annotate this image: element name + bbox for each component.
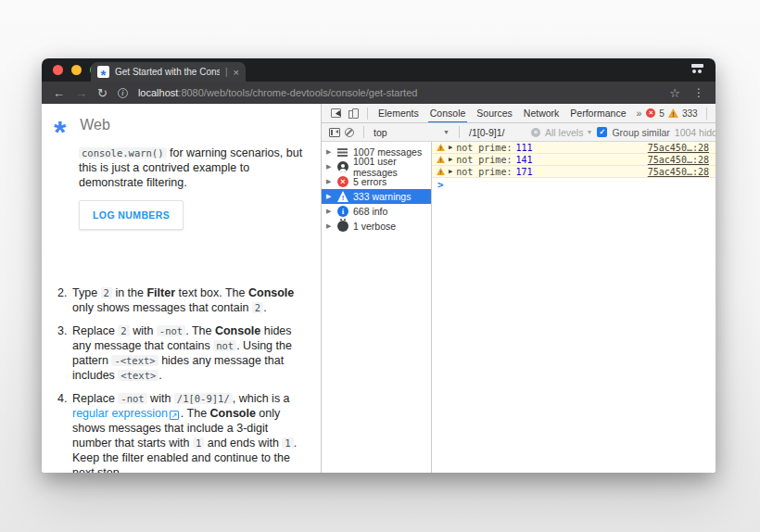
expand-arrow-icon[interactable]: ▶ bbox=[449, 168, 452, 175]
log-levels-label: All levels bbox=[545, 127, 583, 138]
tab-performance[interactable]: Performance bbox=[564, 104, 631, 123]
devtools-tab-label: Elements bbox=[378, 108, 419, 119]
expand-arrow-icon[interactable]: ▶ bbox=[326, 208, 333, 215]
message-text: not prime: bbox=[456, 155, 512, 165]
forward-icon: → bbox=[75, 87, 87, 99]
minimize-window-button[interactable] bbox=[71, 65, 82, 75]
back-icon[interactable]: ← bbox=[53, 87, 65, 99]
step-number: 3. bbox=[57, 323, 72, 383]
text-segment: -<text> bbox=[111, 355, 158, 366]
hidden-count: 1004 hidden bbox=[675, 127, 716, 138]
tab-elements[interactable]: Elements bbox=[373, 104, 424, 123]
expand-arrow-icon[interactable]: ▶ bbox=[326, 178, 333, 185]
site-info-icon[interactable]: i bbox=[118, 88, 128, 98]
devtools-tab-label: Console bbox=[430, 108, 466, 119]
sidebar-item-user-messages[interactable]: ▶ 1001 user messages bbox=[322, 159, 431, 174]
console-filter-input[interactable] bbox=[469, 127, 526, 138]
chevron-down-icon: ▼ bbox=[586, 129, 592, 135]
clear-filter-icon[interactable] bbox=[531, 128, 540, 137]
expand-arrow-icon[interactable]: ▶ bbox=[326, 193, 333, 200]
close-window-button[interactable] bbox=[53, 65, 63, 75]
address-bar[interactable]: localhost:8080/web/tools/chrome-devtools… bbox=[138, 87, 659, 98]
inspect-element-icon[interactable] bbox=[331, 108, 341, 118]
step-number: 4. bbox=[57, 391, 72, 473]
console-sidebar-toggle-icon[interactable] bbox=[329, 128, 340, 137]
bookmark-star-icon[interactable]: ☆ bbox=[669, 86, 680, 100]
browser-window: * Get Started with the Console | × ← → ↻… bbox=[42, 58, 716, 473]
expand-arrow-icon[interactable]: ▶ bbox=[326, 163, 333, 171]
url-toolbar: ← → ↻ i localhost:8080/web/tools/chrome-… bbox=[42, 82, 716, 104]
reload-icon[interactable]: ↻ bbox=[97, 87, 108, 99]
sidebar-item-label: 1001 user messages bbox=[353, 156, 431, 178]
text-segment: Console bbox=[215, 324, 260, 337]
doc-panel: * Web console.warn() for warning scenari… bbox=[42, 104, 322, 473]
text-segment: 1 bbox=[193, 437, 204, 449]
text-segment: with bbox=[147, 392, 174, 405]
console-messages: ▶ not prime: 111 75ac450…:28 ▶ not prime… bbox=[432, 142, 716, 473]
sidebar-item-verbose[interactable]: ▶ 1 verbose bbox=[322, 219, 431, 234]
divider bbox=[363, 126, 364, 138]
log-levels-select[interactable]: All levels ▼ bbox=[545, 127, 592, 138]
group-similar-checkbox[interactable]: ✓ bbox=[597, 127, 607, 137]
sidebar-item-warnings[interactable]: ▶ 333 warnings bbox=[322, 189, 431, 204]
sidebar-item-info[interactable]: ▶ 668 info bbox=[322, 204, 431, 219]
text-segment: Type bbox=[72, 286, 101, 299]
devtools-tab-label: Sources bbox=[476, 108, 513, 119]
text-segment: . The bbox=[185, 324, 215, 337]
text-segment: 2 bbox=[101, 287, 112, 298]
text-segment: console.warn() bbox=[79, 147, 167, 158]
devtools-tab-label: Performance bbox=[570, 108, 626, 119]
warning-icon bbox=[337, 191, 348, 202]
expand-arrow-icon[interactable]: ▶ bbox=[326, 148, 333, 156]
text-segment: not bbox=[213, 340, 236, 351]
doc-step: 3. Replace 2 with -not. The Console hide… bbox=[57, 323, 309, 383]
console-prompt-row[interactable]: > bbox=[432, 178, 716, 192]
text-segment: 2 bbox=[118, 325, 129, 336]
text-segment: Console bbox=[210, 407, 256, 420]
doc-link[interactable]: regular expression bbox=[72, 407, 168, 420]
expand-arrow-icon[interactable]: ▶ bbox=[326, 222, 333, 230]
more-tabs-icon[interactable]: » bbox=[631, 108, 646, 119]
source-link[interactable]: 75ac450…:28 bbox=[648, 143, 709, 153]
browser-menu-icon[interactable]: ⋮ bbox=[693, 86, 704, 99]
device-toolbar-icon[interactable] bbox=[352, 108, 359, 119]
tab-close-icon[interactable]: × bbox=[234, 67, 239, 78]
step-text: Type 2 in the Filter text box. The Conso… bbox=[72, 285, 309, 315]
devtools-tabbar: Elements Console Sources Network Perform… bbox=[322, 104, 716, 123]
warning-count[interactable]: 333 bbox=[682, 108, 698, 119]
clear-console-icon[interactable] bbox=[345, 128, 354, 137]
doc-paragraph: console.warn() for warning scenarios, bu… bbox=[79, 146, 308, 190]
url-host: localhost bbox=[138, 87, 178, 98]
expand-arrow-icon[interactable]: ▶ bbox=[449, 156, 452, 163]
warning-icon bbox=[437, 144, 445, 151]
sidebar-item-label: 1 verbose bbox=[353, 221, 396, 232]
sidebar-item-label: 668 info bbox=[353, 206, 387, 217]
divider bbox=[367, 108, 368, 120]
web-logo-icon[interactable]: * bbox=[54, 122, 66, 141]
brand-label: Web bbox=[80, 117, 110, 133]
divider bbox=[706, 108, 707, 120]
warning-badge-icon bbox=[668, 108, 678, 118]
browser-tab[interactable]: * Get Started with the Console | × bbox=[91, 62, 246, 82]
error-icon bbox=[337, 176, 348, 187]
frame-selector[interactable]: top ▼ bbox=[374, 127, 450, 138]
tab-console[interactable]: Console bbox=[424, 104, 472, 123]
tab-network[interactable]: Network bbox=[518, 104, 565, 123]
chevron-down-icon: ▼ bbox=[443, 129, 450, 135]
external-link-icon: ↗ bbox=[170, 411, 179, 420]
tab-sources[interactable]: Sources bbox=[471, 104, 518, 123]
source-link[interactable]: 75ac450…:28 bbox=[648, 167, 709, 177]
divider bbox=[459, 126, 460, 138]
incognito-icon bbox=[690, 64, 704, 75]
log-numbers-button[interactable]: LOG NUMBERS bbox=[79, 200, 184, 230]
text-segment: 2 bbox=[252, 302, 263, 313]
source-link[interactable]: 75ac450…:28 bbox=[648, 155, 709, 165]
text-segment: . bbox=[158, 369, 161, 382]
sidebar-item-label: 333 warnings bbox=[353, 191, 411, 202]
error-count[interactable]: 5 bbox=[659, 108, 665, 119]
console-warning-row: ▶ not prime: 171 75ac450…:28 bbox=[432, 166, 716, 178]
expand-arrow-icon[interactable]: ▶ bbox=[449, 144, 452, 151]
text-segment: Replace bbox=[72, 324, 118, 337]
frame-selector-value: top bbox=[374, 127, 387, 138]
text-segment: /1[0-9]1/ bbox=[174, 393, 233, 404]
